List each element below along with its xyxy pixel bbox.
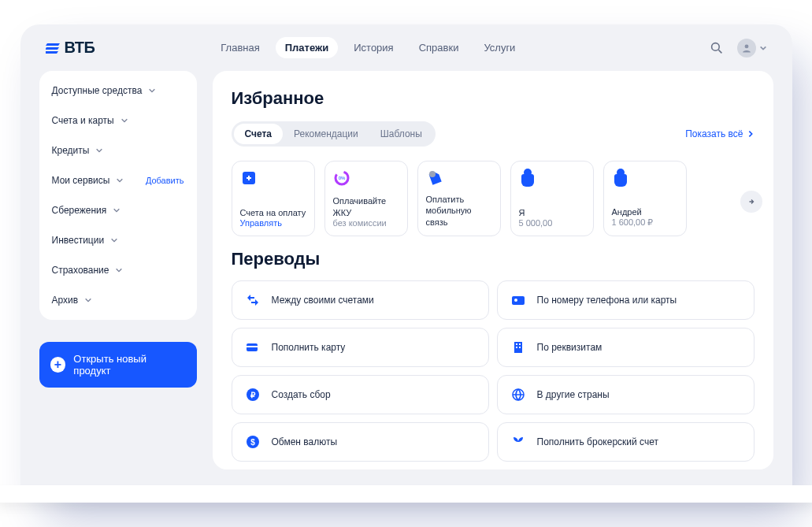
svg-text:₽: ₽	[250, 391, 256, 399]
transfer-create-collection[interactable]: ₽ Создать сбор	[232, 375, 489, 414]
sidebar-item-label: Страхование	[52, 265, 109, 276]
transfer-label: Пополнить брокерский счет	[537, 436, 658, 447]
fav-title: Оплатить мобильную связь	[426, 194, 492, 228]
svg-rect-10	[247, 346, 258, 347]
chevron-right-icon	[747, 130, 755, 138]
nav-refs[interactable]: Справки	[410, 37, 469, 58]
fav-card-utilities[interactable]: 0% Оплачивайте ЖКУ без комиссии	[324, 161, 408, 236]
fav-sub: Управлять	[240, 218, 306, 228]
person-icon	[612, 169, 629, 187]
scroll-right-button[interactable]	[740, 191, 762, 213]
percent-ring-icon: 0%	[333, 169, 350, 187]
topbar: ВТБ Главная Платежи История Справки Услу…	[20, 24, 792, 65]
fav-card-mobile[interactable]: Оплатить мобильную связь	[417, 161, 501, 236]
fav-title: Андрей	[612, 206, 678, 217]
sidebar-item-label: Сбережения	[52, 205, 107, 216]
new-product-label: Открыть новый продукт	[73, 353, 185, 377]
svg-rect-12	[516, 343, 517, 345]
svg-point-6	[429, 171, 436, 177]
sidebar-item-cards[interactable]: Счета и карты	[39, 106, 197, 135]
nav-home[interactable]: Главная	[211, 37, 269, 58]
top-nav: Главная Платежи История Справки Услуги	[211, 37, 525, 58]
chevron-down-icon	[113, 206, 121, 214]
chevron-down-icon	[110, 236, 118, 244]
logo-mark-icon	[46, 42, 60, 54]
tab-recommendations[interactable]: Рекомендации	[283, 124, 369, 144]
main: Избранное Счета Рекомендации Шаблоны Пок…	[213, 71, 773, 469]
fav-sub: 5 000,00	[519, 218, 585, 228]
person-icon	[519, 169, 536, 187]
transfer-currency-exchange[interactable]: $ Обмен валюты	[232, 422, 489, 462]
transfer-label: В другие страны	[537, 389, 610, 400]
transfer-by-phone-card[interactable]: По номеру телефона или карты	[497, 280, 755, 320]
sidebar-item-credits[interactable]: Кредиты	[39, 135, 197, 165]
card-plus-icon	[245, 340, 261, 355]
fav-sub: без комиссии	[333, 218, 399, 228]
transfer-own-accounts[interactable]: Между своими счетами	[232, 280, 489, 320]
sidebar-item-funds[interactable]: Доступные средства	[39, 76, 197, 106]
svg-point-0	[711, 43, 719, 50]
sidebar-item-my-services[interactable]: Мои сервисы Добавить	[39, 165, 197, 195]
logo-text: ВТБ	[65, 39, 95, 57]
transfer-topup-card[interactable]: Пополнить карту	[232, 328, 489, 367]
fav-title: Счета на оплату	[240, 207, 306, 218]
show-all-link[interactable]: Показать всё	[685, 128, 754, 139]
svg-point-8	[514, 299, 517, 302]
chevron-down-icon	[84, 296, 92, 304]
chevron-down-icon	[759, 44, 767, 52]
fav-card-self[interactable]: Я 5 000,00	[510, 161, 594, 236]
tab-accounts[interactable]: Счета	[234, 124, 284, 144]
arrow-right-icon	[747, 198, 755, 206]
ruble-circle-icon: ₽	[245, 387, 261, 403]
svg-rect-7	[512, 296, 525, 305]
sidebar-item-archive[interactable]: Архив	[39, 285, 197, 315]
nav-payments[interactable]: Платежи	[276, 37, 338, 58]
transfer-broker-topup[interactable]: Пополнить брокерский счет	[497, 422, 755, 462]
chevron-down-icon	[115, 266, 123, 274]
svg-rect-14	[516, 347, 517, 348]
sidebar-item-label: Архив	[52, 295, 79, 306]
transfer-label: Создать сбор	[272, 389, 331, 400]
transfer-label: По номеру телефона или карты	[537, 295, 677, 306]
chevron-down-icon	[116, 176, 124, 184]
sidebar-item-label: Инвестиции	[52, 235, 105, 246]
transfer-abroad[interactable]: В другие страны	[497, 375, 755, 414]
favorites-tabs: Счета Рекомендации Шаблоны	[232, 121, 436, 147]
plus-icon: +	[50, 357, 66, 373]
search-icon[interactable]	[709, 40, 725, 56]
sidebar-item-savings[interactable]: Сбережения	[39, 195, 197, 225]
transfer-label: Обмен валюты	[272, 436, 338, 447]
sprout-icon	[510, 434, 526, 450]
add-bill-icon	[240, 169, 258, 187]
contact-card-icon	[510, 292, 526, 308]
profile-menu[interactable]	[737, 39, 767, 58]
logo[interactable]: ВТБ	[46, 39, 95, 57]
chevron-down-icon	[121, 117, 128, 124]
sidebar-item-label: Счета и карты	[52, 115, 114, 126]
transfer-label: Между своими счетами	[272, 295, 374, 306]
sidebar-item-label: Доступные средства	[52, 85, 143, 96]
svg-line-1	[718, 50, 721, 53]
svg-rect-11	[514, 342, 522, 353]
show-all-label: Показать всё	[685, 128, 743, 139]
fav-title: Я	[519, 207, 585, 218]
transfer-label: Пополнить карту	[272, 342, 346, 353]
nav-services[interactable]: Услуги	[474, 37, 525, 58]
globe-icon	[510, 387, 526, 403]
sidebar-item-investments[interactable]: Инвестиции	[39, 225, 197, 255]
fav-title: Оплачивайте ЖКУ	[333, 195, 399, 218]
transfer-label: По реквизитам	[537, 342, 603, 353]
sidebar-item-insurance[interactable]: Страхование	[39, 255, 197, 285]
sidebar-add-link[interactable]: Добавить	[146, 176, 184, 185]
nav-history[interactable]: История	[344, 37, 402, 58]
fav-card-andrey[interactable]: Андрей 1 600,00 ₽	[603, 161, 687, 236]
favorites-title: Избранное	[232, 88, 755, 109]
sidebar-item-label: Кредиты	[52, 145, 90, 156]
tab-templates[interactable]: Шаблоны	[369, 124, 433, 144]
building-icon	[510, 340, 526, 355]
fav-card-bills[interactable]: Счета на оплату Управлять	[232, 161, 315, 236]
transfer-by-requisites[interactable]: По реквизитам	[497, 328, 755, 367]
svg-rect-13	[519, 343, 521, 345]
new-product-button[interactable]: + Открыть новый продукт	[39, 342, 197, 388]
svg-text:$: $	[250, 438, 255, 447]
